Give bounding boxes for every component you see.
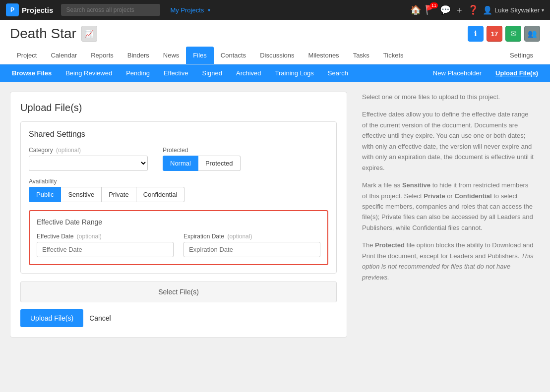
help-icon-btn[interactable]: ❓	[468, 4, 479, 15]
logo[interactable]: P Projectis	[6, 3, 53, 16]
avail-public-btn[interactable]: Public	[29, 187, 61, 202]
date-range-title: Effective Date Range	[37, 218, 320, 226]
expiration-date-group: Expiration Date (optional)	[183, 233, 320, 257]
sidebar-para1: Select one or more files to upload to th…	[362, 92, 535, 102]
project-name: Death Star	[10, 26, 76, 42]
shared-settings-title: Shared Settings	[29, 130, 328, 139]
subnav-signed[interactable]: Signed	[195, 64, 229, 82]
nav-binders[interactable]: Binders	[121, 47, 156, 64]
brand-name: Projectis	[22, 6, 53, 14]
nav-project[interactable]: Project	[10, 47, 44, 64]
home-icon-btn[interactable]: 🏠	[410, 4, 421, 15]
nav-files[interactable]: Files	[186, 47, 213, 64]
category-group: Category (optional)	[29, 147, 148, 171]
logo-icon: P	[6, 3, 19, 16]
right-panel: Select one or more files to upload to th…	[357, 92, 540, 337]
project-title-row: Death Star 📈 ℹ 17 ✉ 👥	[10, 26, 540, 42]
subnav-effective[interactable]: Effective	[157, 64, 195, 82]
category-select[interactable]	[29, 156, 148, 171]
info-icon-btn[interactable]: ℹ	[468, 26, 484, 42]
protected-normal-btn[interactable]: Normal	[163, 156, 198, 171]
notification-icon-btn[interactable]: 🚩 11	[425, 4, 436, 15]
sidebar-para3: Mark a file as Sensitive to hide it from…	[362, 180, 535, 233]
secondary-nav: Browse Files Being Reviewed Pending Effe…	[0, 64, 550, 82]
subnav-browse-files[interactable]: Browse Files	[5, 64, 59, 82]
my-projects-link[interactable]: My Projects	[170, 6, 204, 14]
sidebar-para2: Effective dates allow you to define the …	[362, 109, 535, 173]
new-placeholder-link[interactable]: New Placeholder	[426, 64, 489, 82]
protected-protected-btn[interactable]: Protected	[198, 156, 241, 171]
people-icon-btn[interactable]: 👥	[524, 26, 540, 42]
avail-private-btn[interactable]: Private	[102, 187, 136, 202]
avail-sensitive-btn[interactable]: Sensitive	[61, 187, 102, 202]
effective-date-group: Effective Date (optional)	[37, 233, 174, 257]
category-label: Category (optional)	[29, 147, 148, 154]
project-title: Death Star 📈	[10, 26, 97, 42]
subnav-archived[interactable]: Archived	[229, 64, 268, 82]
protected-btn-group: Normal Protected	[163, 156, 241, 171]
shared-settings-box: Shared Settings Category (optional) Prot…	[20, 121, 337, 274]
subnav-training-logs[interactable]: Training Logs	[268, 64, 321, 82]
protected-label: Protected	[163, 147, 241, 154]
nav-settings[interactable]: Settings	[503, 47, 540, 64]
subnav-being-reviewed[interactable]: Being Reviewed	[59, 64, 119, 82]
upload-files-btn[interactable]: Upload File(s)	[20, 309, 83, 327]
calendar-icon-btn[interactable]: 17	[487, 26, 502, 42]
user-avatar-icon: 👤	[483, 5, 492, 15]
availability-btn-group: Public Sensitive Private Confidential	[29, 187, 328, 202]
nav-tasks[interactable]: Tasks	[346, 47, 376, 64]
action-row: Upload File(s) Cancel	[20, 309, 337, 327]
expiration-date-label: Expiration Date (optional)	[183, 233, 320, 240]
project-waveform-icon[interactable]: 📈	[81, 26, 97, 42]
cancel-btn[interactable]: Cancel	[89, 314, 111, 322]
left-panel: Upload File(s) Shared Settings Category …	[10, 92, 347, 337]
sidebar-para4: The Protected file option blocks the abi…	[362, 240, 535, 282]
user-menu[interactable]: 👤 Luke Skywalker ▾	[483, 5, 544, 15]
project-action-icons: ℹ 17 ✉ 👥	[468, 26, 540, 42]
nav-news[interactable]: News	[156, 47, 186, 64]
protected-group: Protected Normal Protected	[163, 147, 241, 171]
chat-icon-btn[interactable]: 💬	[440, 4, 451, 15]
mail-icon-btn[interactable]: ✉	[505, 26, 521, 42]
notification-badge: 11	[430, 2, 438, 8]
nav-tickets[interactable]: Tickets	[376, 47, 411, 64]
nav-milestones[interactable]: Milestones	[301, 47, 346, 64]
search-input[interactable]	[61, 4, 160, 16]
subnav-search[interactable]: Search	[321, 64, 355, 82]
nav-calendar[interactable]: Calendar	[44, 47, 84, 64]
subnav-pending[interactable]: Pending	[119, 64, 157, 82]
top-nav: P Projectis My Projects ▾ 🏠 🚩 11 💬 ＋ ❓ 👤…	[0, 0, 550, 20]
user-name: Luke Skywalker	[494, 6, 540, 14]
availability-label: Availability	[29, 178, 328, 185]
date-fields-row: Effective Date (optional) Expiration Dat…	[37, 233, 320, 257]
my-projects-chevron: ▾	[208, 7, 210, 13]
expiration-date-input[interactable]	[183, 242, 320, 257]
availability-group: Availability Public Sensitive Private Co…	[29, 178, 328, 202]
category-protected-row: Category (optional) Protected Normal Pro…	[29, 147, 328, 171]
date-range-box: Effective Date Range Effective Date (opt…	[29, 210, 328, 265]
effective-date-label: Effective Date (optional)	[37, 233, 174, 240]
nav-discussions[interactable]: Discussions	[253, 47, 301, 64]
upload-files-link[interactable]: Upload File(s)	[489, 64, 545, 82]
primary-nav: Project Calendar Reports Binders News Fi…	[10, 47, 540, 64]
project-header: Death Star 📈 ℹ 17 ✉ 👥 Project Calendar R…	[0, 20, 550, 64]
select-files-btn[interactable]: Select File(s)	[20, 281, 337, 302]
user-chevron-icon: ▾	[542, 7, 544, 13]
page-title: Upload File(s)	[20, 102, 337, 113]
effective-date-input[interactable]	[37, 242, 174, 257]
nav-contacts[interactable]: Contacts	[214, 47, 253, 64]
page-content: Upload File(s) Shared Settings Category …	[0, 82, 550, 347]
nav-reports[interactable]: Reports	[84, 47, 121, 64]
add-icon-btn[interactable]: ＋	[455, 4, 464, 16]
avail-confidential-btn[interactable]: Confidential	[136, 187, 185, 202]
